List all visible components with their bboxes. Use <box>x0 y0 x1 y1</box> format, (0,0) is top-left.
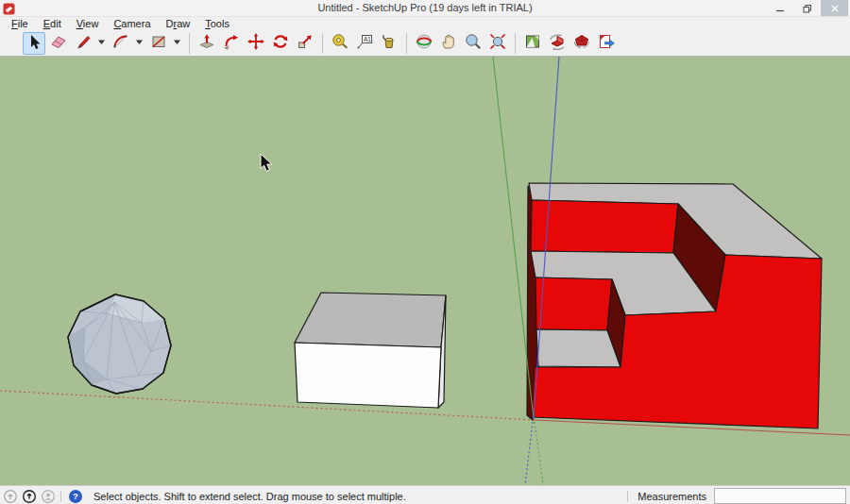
status-bar: ? Select objects. Shift to extend select… <box>0 485 850 504</box>
zoom-extents-button[interactable] <box>486 32 509 55</box>
move-icon <box>246 32 265 55</box>
push-pull-button[interactable] <box>196 32 218 55</box>
minimize-button[interactable] <box>766 0 793 16</box>
pan-hand-icon <box>439 32 458 55</box>
menu-edit[interactable]: Edit <box>36 17 69 30</box>
window-title: Untitled - SketchUp Pro (19 days left in… <box>0 0 850 16</box>
geolocate-icon[interactable] <box>3 489 19 504</box>
toolbar: A1 <box>0 30 850 57</box>
sign-in-icon[interactable] <box>41 489 57 504</box>
paint-bucket-icon <box>380 32 399 55</box>
select-button[interactable] <box>23 32 45 55</box>
text-label-icon: A1 <box>355 32 374 55</box>
dropdown-arrow-icon <box>134 32 144 55</box>
zoom-extents-icon <box>488 32 507 55</box>
rotate-button[interactable] <box>269 32 292 55</box>
svg-text:?: ? <box>73 491 78 501</box>
move-button[interactable] <box>245 32 267 55</box>
orbit-icon <box>415 32 434 55</box>
eraser-button[interactable] <box>47 32 70 55</box>
rectangle-dropdown-button[interactable] <box>171 32 183 55</box>
scale-icon <box>296 32 314 55</box>
rectangle-icon <box>149 32 168 55</box>
menu-file[interactable]: File <box>4 17 36 30</box>
status-divider <box>627 491 628 502</box>
menu-draw[interactable]: Draw <box>159 17 198 30</box>
toolbar-separator <box>515 33 516 54</box>
toolbar-separator <box>406 33 407 54</box>
viewport-canvas[interactable] <box>0 57 850 485</box>
pan-button[interactable] <box>437 32 460 55</box>
menu-tools[interactable]: Tools <box>197 17 237 30</box>
dropdown-arrow-icon <box>172 32 182 55</box>
restore-icon <box>803 0 812 17</box>
title-bar: Untitled - SketchUp Pro (19 days left in… <box>0 0 850 17</box>
window-controls <box>766 0 848 16</box>
viewport[interactable] <box>0 57 850 485</box>
follow-me-button[interactable] <box>220 32 243 55</box>
text-button[interactable]: A1 <box>353 32 376 55</box>
minimize-icon <box>775 0 785 17</box>
add-location-icon <box>523 32 542 55</box>
arc-icon <box>111 32 130 55</box>
scale-button[interactable] <box>294 32 316 55</box>
photo-textures-button[interactable] <box>570 32 593 55</box>
credit-icon[interactable] <box>22 489 38 504</box>
follow-me-icon <box>222 32 241 55</box>
zoom-icon <box>464 32 483 55</box>
rotate-icon <box>271 32 290 55</box>
measurements-input[interactable] <box>714 488 846 504</box>
photo-textures-icon <box>572 32 591 55</box>
send-to-layout-button[interactable] <box>595 32 618 55</box>
rectangle-button[interactable] <box>147 32 170 55</box>
menu-bar: FileEditViewCameraDrawTools <box>0 17 850 30</box>
menu-camera[interactable]: Camera <box>106 17 158 30</box>
help-icon[interactable]: ? <box>68 489 84 504</box>
svg-text:A1: A1 <box>364 36 371 42</box>
tape-measure-icon <box>331 32 349 55</box>
toggle-terrain-button[interactable] <box>546 32 569 55</box>
close-button[interactable] <box>821 0 848 16</box>
white-box[interactable] <box>295 293 446 408</box>
zoom-button[interactable] <box>462 32 484 55</box>
tape-measure-button[interactable] <box>329 32 351 55</box>
status-icon-divider <box>60 491 61 502</box>
push-pull-icon <box>197 32 216 55</box>
paint-bucket-button[interactable] <box>378 32 400 55</box>
restore-button[interactable] <box>793 0 821 16</box>
menu-view[interactable]: View <box>69 17 107 30</box>
measurements-label: Measurements <box>638 491 706 502</box>
send-to-layout-icon <box>597 32 616 55</box>
arc-dropdown-button[interactable] <box>133 32 145 55</box>
line-dropdown-button[interactable] <box>95 32 108 55</box>
pencil-icon <box>74 32 93 55</box>
toolbar-separator <box>189 33 190 54</box>
arc-button[interactable] <box>110 32 132 55</box>
dropdown-arrow-icon <box>96 32 107 55</box>
orbit-button[interactable] <box>413 32 435 55</box>
line-button[interactable] <box>72 32 94 55</box>
select-arrow-icon <box>25 32 43 55</box>
add-location-button[interactable] <box>521 32 544 55</box>
eraser-icon <box>49 32 68 55</box>
status-message: Select objects. Shift to extend select. … <box>94 491 406 502</box>
close-icon <box>830 0 840 17</box>
toggle-terrain-icon <box>548 32 567 55</box>
toolbar-separator <box>322 33 323 54</box>
